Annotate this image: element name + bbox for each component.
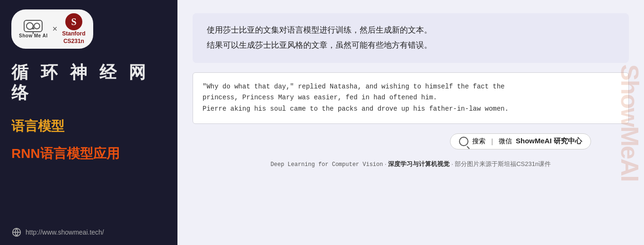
main-title: 循 环 神 经 网 络 [11,62,166,103]
content-area: ShowMeAI 使用莎士比亚的文集对语言模型进行训练，然后生成新的文本。 结果… [177,0,644,245]
logo-x-separator: × [53,24,58,34]
footer-mono: Deep Learning for Computer Vision [271,161,383,168]
stanford-logo: S Stanford CS231n [62,13,85,45]
search-bar[interactable]: 搜索 | 微信 ShowMeAI 研究中心 [450,133,591,149]
footer-dot1: · [385,160,387,167]
code-line1: "Why do what that day," replied Natasha,… [203,83,505,90]
showmeai-icon: ▲ [24,20,43,32]
description-box: 使用莎士比亚的文集对语言模型进行训练，然后生成新的文本。 结果可以生成莎士比亚风… [193,13,629,63]
code-line2: princess, Princess Mary was easier, fed … [203,94,437,101]
stanford-line1: Stanford [62,30,85,38]
search-label: 搜索 [472,137,485,146]
code-line3: Pierre aking his soul came to the packs … [203,105,509,113]
footer-dot2: · [451,160,453,167]
section2-label: RNN语言模型应用 [11,145,166,163]
description-line1: 使用莎士比亚的文集对语言模型进行训练，然后生成新的文本。 [207,23,615,38]
search-icon [459,137,468,146]
footer-source: 部分图片来源于斯坦福CS231n课件 [455,160,551,167]
code-block: "Why do what that day," replied Natasha,… [193,72,629,124]
link-icon [11,227,22,237]
sidebar: ▲ Show Me AI × S Stanford CS231n 循 环 神 经… [0,0,177,245]
search-wechat: 微信 [499,137,512,146]
footer-cn: 深度学习与计算机视觉 [388,160,450,167]
description-line2: 结果可以生成莎士比亚风格的文章，虽然可能有些地方有错误。 [207,38,615,53]
search-divider: | [491,138,493,145]
logo-area: ▲ Show Me AI × S Stanford CS231n [11,9,93,49]
section1-label: 语言模型 [11,117,166,135]
stanford-line2: CS231n [62,38,85,45]
search-brand: ShowMeAI 研究中心 [516,137,582,146]
stanford-label: Stanford CS231n [62,30,85,45]
showmeai-logo: ▲ Show Me AI [19,20,48,38]
code-text: "Why do what that day," replied Natasha,… [203,81,619,115]
stanford-s-icon: S [65,13,82,30]
footer-text: Deep Learning for Computer Vision · 深度学习… [193,155,629,174]
website-url: http://www.showmeai.tech/ [26,228,104,236]
search-bar-row: 搜索 | 微信 ShowMeAI 研究中心 [193,133,629,149]
website-link[interactable]: http://www.showmeai.tech/ [11,227,166,237]
